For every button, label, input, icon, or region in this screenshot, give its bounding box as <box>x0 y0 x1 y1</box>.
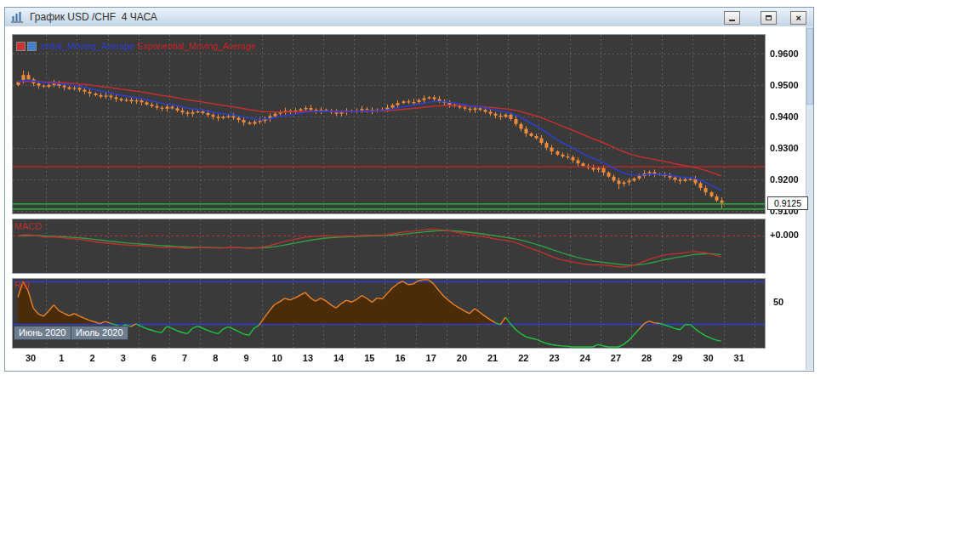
time-axis-label: 1 <box>59 353 64 363</box>
time-axis-label: 28 <box>641 353 652 363</box>
legend-slow-ma-label: Exponential_Moving_Average <box>138 41 256 51</box>
chart-client-area: ential_Moving_Average Exponential_Moving… <box>5 26 813 370</box>
legend-fast-ma-label: ential_Moving_Average <box>41 41 134 51</box>
time-axis-label: 3 <box>121 353 126 363</box>
time-axis-label: 2 <box>89 353 94 363</box>
time-axis-label: 22 <box>518 353 528 363</box>
close-button[interactable]: × <box>790 11 806 25</box>
chart-legend: ential_Moving_Average Exponential_Moving… <box>16 41 256 51</box>
time-axis-label: 8 <box>213 353 218 363</box>
time-axis-label: 13 <box>303 353 313 363</box>
month-label-june: Июнь 2020 <box>14 326 71 340</box>
price-axis-label: 0.9500 <box>770 80 807 90</box>
window-title: График USD /CHF 4 ЧАСА <box>30 11 157 23</box>
price-axis-label: 0.9400 <box>770 111 807 122</box>
time-axis-label: 29 <box>672 353 682 363</box>
time-axis-label: 30 <box>703 353 713 363</box>
legend-swatch-blue[interactable] <box>27 42 37 51</box>
macd-zero-value: +0.000 <box>770 230 799 240</box>
price-axis-label: 0.9300 <box>770 143 807 153</box>
time-axis-label: 23 <box>549 353 559 363</box>
title-bar[interactable]: График USD /CHF 4 ЧАСА × <box>5 8 813 27</box>
time-axis-label: 21 <box>487 353 498 363</box>
time-axis-label: 27 <box>611 353 621 363</box>
rsi-mid-value: 50 <box>773 297 783 307</box>
time-axis-label: 9 <box>243 353 248 363</box>
time-axis-label: 24 <box>580 353 590 363</box>
time-axis-label: 15 <box>364 353 374 363</box>
time-axis-label: 31 <box>734 353 744 363</box>
scrollbar-thumb[interactable] <box>806 28 813 105</box>
time-axis-label: 14 <box>333 353 344 363</box>
time-axis-label: 20 <box>457 353 467 363</box>
time-axis-label: 10 <box>272 353 282 363</box>
rsi-label: RSI <box>14 280 30 290</box>
window-icon <box>10 11 24 23</box>
chart-window: График USD /CHF 4 ЧАСА × ential_Moving_A… <box>4 7 814 372</box>
macd-label: MACD <box>14 221 42 231</box>
time-axis-label: 16 <box>395 353 405 363</box>
chart-canvas[interactable] <box>5 26 806 370</box>
maximize-button[interactable] <box>761 11 777 25</box>
month-label-july: Июль 2020 <box>71 326 128 340</box>
minimize-button[interactable] <box>724 11 740 25</box>
current-price-tag: 0.9125 <box>767 196 808 210</box>
time-axis-label: 17 <box>426 353 436 363</box>
time-axis-label: 30 <box>26 353 36 363</box>
price-axis-label: 0.9600 <box>770 48 807 59</box>
price-axis-label: 0.9200 <box>770 174 807 185</box>
time-axis-label: 7 <box>182 353 187 363</box>
time-axis-label: 6 <box>151 353 157 363</box>
legend-swatch-red[interactable] <box>16 42 26 51</box>
